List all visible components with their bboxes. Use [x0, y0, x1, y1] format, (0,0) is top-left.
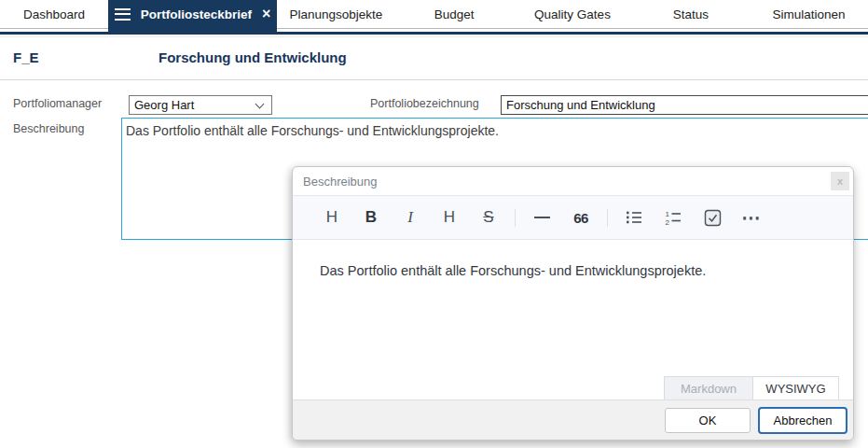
tab-planungsobjekte[interactable]: Planungsobjekte [277, 0, 395, 28]
blockquote-icon[interactable]: 66 [561, 202, 600, 233]
editor-toolbar: H B I H S 66 [293, 195, 853, 240]
tab-quality-gates[interactable]: Quality Gates [514, 0, 632, 28]
editor-content[interactable]: Das Portfolio enthält alle Forschungs- u… [293, 240, 853, 376]
dialog-title: Beschreibung [303, 175, 378, 189]
ok-button[interactable]: OK [665, 408, 751, 433]
tab-status[interactable]: Status [631, 0, 750, 28]
hamburger-menu-icon[interactable] [115, 8, 131, 21]
task-checkbox-icon[interactable] [693, 202, 732, 233]
dialog-close-icon[interactable]: x [831, 172, 849, 190]
portfoliobezeichnung-input[interactable] [501, 95, 868, 115]
beschreibung-dialog: Beschreibung x H B I H S 66 [292, 166, 854, 441]
portfolio-app-window: Dashboard Portfoliosteckbrief × Planungs… [0, 0, 868, 448]
portfolio-code: F_E [13, 39, 39, 77]
portfoliomanager-selected-value: Georg Hart [134, 98, 194, 112]
heading-icon[interactable]: H [312, 202, 351, 233]
page-header: F_E Forschung und Entwicklung [0, 39, 868, 79]
ordered-list-icon[interactable]: 1 2 [654, 202, 693, 233]
toolbar-divider [515, 209, 516, 227]
horizontal-rule-icon[interactable] [522, 202, 561, 233]
italic-icon[interactable]: I [391, 202, 430, 233]
bold-icon[interactable]: B [351, 202, 391, 233]
more-options-icon[interactable]: ⋯ [732, 202, 771, 233]
cancel-button[interactable]: Abbrechen [758, 407, 847, 434]
dialog-header: Beschreibung x [293, 167, 853, 195]
beschreibung-label: Beschreibung [13, 122, 84, 135]
page-title: Forschung und Entwicklung [158, 39, 347, 77]
main-tabbar: Dashboard Portfoliosteckbrief × Planungs… [0, 0, 868, 29]
svg-text:2: 2 [666, 218, 670, 227]
strikethrough-icon[interactable]: S [469, 202, 508, 233]
chevron-down-icon [255, 100, 265, 109]
content-top-rule [0, 36, 868, 37]
toolbar-divider [607, 209, 608, 227]
portfoliomanager-select[interactable]: Georg Hart [129, 95, 272, 115]
dialog-footer: OK Abbrechen [293, 399, 853, 440]
portfoliomanager-label: Portfoliomanager [13, 97, 102, 110]
header-divider [0, 79, 868, 80]
tab-portfoliosteckbrief[interactable]: Portfoliosteckbrief × [108, 0, 277, 28]
tab-budget[interactable]: Budget [395, 0, 514, 28]
bullet-list-icon[interactable] [614, 202, 654, 233]
close-tab-icon[interactable]: × [262, 7, 270, 21]
tab-portfoliosteckbrief-label: Portfoliosteckbrief [141, 7, 252, 21]
tab-dashboard[interactable]: Dashboard [0, 0, 108, 28]
heading2-icon[interactable]: H [430, 202, 469, 233]
mode-tab-wysiwyg[interactable]: WYSIWYG [752, 376, 839, 401]
tab-simulationen[interactable]: Simulationen [750, 0, 868, 28]
editor-mode-switch: Markdown WYSIWYG [293, 376, 853, 401]
portfoliobezeichnung-label: Portfoliobezeichnung [370, 97, 479, 110]
mode-tab-markdown[interactable]: Markdown [664, 376, 752, 401]
